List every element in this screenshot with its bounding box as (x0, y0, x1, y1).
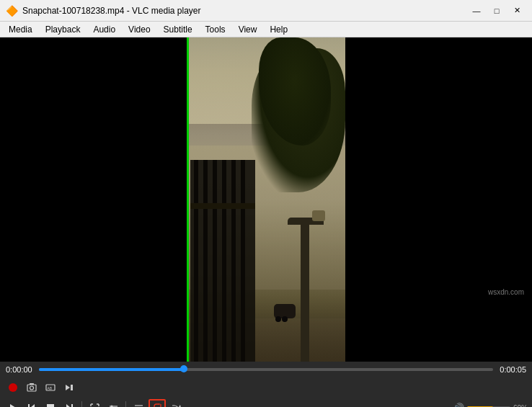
menu-tools[interactable]: Tools (200, 22, 231, 37)
svg-rect-11 (47, 404, 54, 407)
video-frame (187, 37, 345, 362)
window-controls: — □ ✕ (467, 4, 526, 18)
menu-media[interactable]: Media (3, 22, 38, 37)
svg-marker-21 (159, 403, 161, 405)
svg-rect-4 (46, 385, 55, 390)
menu-audio[interactable]: Audio (87, 22, 121, 37)
vlc-logo-icon: 🔶 (6, 5, 18, 17)
menu-video[interactable]: Video (123, 22, 156, 37)
svg-marker-26 (179, 405, 181, 408)
loop-button[interactable] (148, 399, 166, 407)
menu-subtitle[interactable]: Subtitle (158, 22, 198, 37)
separator (81, 401, 82, 407)
svg-marker-12 (66, 404, 71, 407)
svg-rect-13 (71, 404, 73, 407)
close-button[interactable]: ✕ (507, 4, 526, 18)
snapshot-button[interactable] (23, 379, 40, 396)
fullscreen-button[interactable] (86, 399, 103, 407)
controls-row1: AB (0, 377, 532, 398)
menu-view[interactable]: View (233, 22, 263, 37)
separator2 (125, 401, 126, 407)
stop-button[interactable] (42, 399, 59, 407)
prev-button[interactable] (23, 399, 40, 407)
menu-bar: Media Playback Audio Video Subtitle Tool… (0, 22, 532, 37)
maximize-button[interactable]: □ (487, 4, 506, 18)
title-bar: 🔶 Snapchat-100718238.mp4 - VLC media pla… (0, 0, 532, 22)
volume-area: 🔊 60% (453, 403, 528, 408)
seek-bar-container: 0:00:00 0:00:05 (0, 362, 532, 377)
svg-marker-9 (30, 404, 35, 407)
svg-point-0 (9, 383, 17, 392)
video-area: wsxdn.com (0, 37, 532, 362)
minimize-button[interactable]: — (467, 4, 486, 18)
window-title: Snapchat-100718238.mp4 - VLC media playe… (22, 6, 467, 16)
time-start: 0:00:00 (6, 365, 33, 374)
watermark: wsxdn.com (486, 287, 526, 297)
controls-area: 0:00:00 0:00:05 AB (0, 362, 532, 407)
next-button[interactable] (61, 399, 78, 407)
svg-rect-10 (28, 404, 30, 407)
svg-rect-7 (71, 385, 73, 390)
playlist-button[interactable] (130, 399, 147, 407)
volume-percent: 60% (513, 404, 528, 408)
frame-next-button[interactable] (61, 379, 78, 396)
svg-marker-6 (66, 385, 70, 390)
svg-text:AB: AB (48, 386, 53, 390)
seek-bar[interactable] (39, 368, 493, 371)
ab-loop-button[interactable]: AB (42, 379, 59, 396)
menu-playback[interactable]: Playback (40, 22, 87, 37)
svg-rect-3 (30, 383, 34, 385)
seek-progress (39, 368, 185, 371)
random-button[interactable] (167, 399, 185, 407)
controls-row2: 🔊 60% (0, 398, 532, 407)
volume-icon[interactable]: 🔊 (453, 403, 464, 408)
record-button[interactable] (4, 379, 22, 396)
svg-rect-1 (27, 385, 36, 391)
svg-marker-8 (10, 404, 16, 407)
svg-point-2 (30, 386, 34, 390)
extended-settings-button[interactable] (105, 399, 122, 407)
menu-help[interactable]: Help (264, 22, 293, 37)
play-button[interactable] (4, 399, 22, 407)
time-end: 0:00:05 (499, 365, 526, 374)
